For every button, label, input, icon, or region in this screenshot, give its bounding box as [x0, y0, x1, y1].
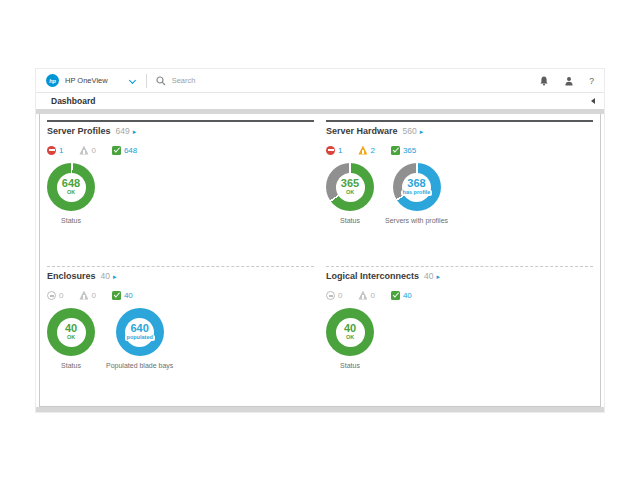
critical-icon: [326, 291, 335, 300]
gauge-label: Status: [340, 217, 360, 224]
card-top-rule: [47, 120, 314, 122]
user-icon[interactable]: [564, 76, 574, 86]
donut-chart[interactable]: 368has profile: [393, 163, 441, 211]
status-filter-critical[interactable]: 0: [326, 291, 342, 300]
status-count[interactable]: 648: [124, 146, 137, 155]
search-area: [156, 75, 540, 86]
gauges-row: 40OKStatus: [326, 308, 593, 369]
card-top-rule: [326, 120, 593, 122]
status-filter-warning[interactable]: 2: [358, 146, 374, 155]
warning-icon: [79, 291, 88, 300]
ok-icon: [112, 146, 121, 155]
critical-icon: [326, 146, 335, 155]
topbar-divider: [146, 74, 147, 88]
gauges-row: 40OKStatus640populatedPopulated blade ba…: [47, 308, 314, 369]
ok-icon: [112, 291, 121, 300]
brand-label: HP OneView: [65, 76, 108, 85]
card-title-link[interactable]: Logical Interconnects 40 ▸: [326, 271, 593, 281]
card-title-link[interactable]: Server Hardware 560 ▸: [326, 126, 593, 136]
donut-sublabel: populated: [125, 335, 155, 341]
card-total-count[interactable]: 40: [101, 271, 110, 281]
collapse-panel-icon[interactable]: [591, 98, 595, 104]
status-count[interactable]: 0: [91, 291, 95, 300]
donut-center: 365OK: [336, 173, 365, 202]
search-input[interactable]: [170, 75, 374, 86]
chevron-right-icon[interactable]: ▸: [420, 128, 424, 136]
status-count[interactable]: 2: [370, 146, 374, 155]
status-filter-warning[interactable]: 0: [79, 146, 95, 155]
donut-sublabel: OK: [344, 335, 356, 341]
donut-value: 365: [341, 178, 359, 189]
card-title[interactable]: Enclosures: [47, 271, 96, 281]
status-count[interactable]: 40: [124, 291, 133, 300]
status-count[interactable]: 0: [59, 291, 63, 300]
status-filter-ok[interactable]: 40: [112, 291, 133, 300]
donut-sublabel: has profile: [401, 190, 433, 196]
donut-sublabel: OK: [65, 335, 77, 341]
bell-icon[interactable]: [539, 76, 549, 86]
donut-chart[interactable]: 640populated: [116, 308, 164, 356]
donut-center: 640populated: [125, 318, 154, 347]
card-title[interactable]: Server Profiles: [47, 126, 111, 136]
card-title[interactable]: Logical Interconnects: [326, 271, 419, 281]
status-count[interactable]: 1: [59, 146, 63, 155]
status-count[interactable]: 0: [338, 291, 342, 300]
status-count[interactable]: 0: [370, 291, 374, 300]
topbar-actions: ?: [539, 76, 594, 86]
status-count[interactable]: 0: [91, 146, 95, 155]
status-filter-critical[interactable]: 1: [47, 146, 63, 155]
gauge-label: Status: [61, 217, 81, 224]
card-title-link[interactable]: Server Profiles 649 ▸: [47, 126, 314, 136]
critical-icon: [47, 291, 56, 300]
status-filter-ok[interactable]: 365: [391, 146, 416, 155]
critical-icon: [47, 146, 56, 155]
search-icon: [156, 76, 166, 86]
donut-value: 640: [130, 323, 148, 334]
page-header: Dashboard: [36, 93, 604, 109]
donut-chart[interactable]: 365OK: [326, 163, 374, 211]
card-title-link[interactable]: Enclosures 40 ▸: [47, 271, 314, 281]
card-server-hardware: Server Hardware 560 ▸ 12365 365OKStatus3…: [326, 119, 593, 266]
donut-center: 648OK: [57, 173, 86, 202]
status-count[interactable]: 365: [403, 146, 416, 155]
gauges-row: 365OKStatus368has profileServers with pr…: [326, 163, 593, 224]
status-summary-row: 0040: [326, 290, 593, 300]
gauge-status: 40OKStatus: [326, 308, 374, 369]
status-filter-ok[interactable]: 648: [112, 146, 137, 155]
donut-chart[interactable]: 40OK: [47, 308, 95, 356]
donut-center: 368has profile: [402, 173, 431, 202]
card-title[interactable]: Server Hardware: [326, 126, 398, 136]
hp-logo-icon: hp: [46, 74, 59, 87]
gauge-label: Status: [61, 362, 81, 369]
status-count[interactable]: 40: [403, 291, 412, 300]
card-logical-interconnects: Logical Interconnects 40 ▸ 0040 40OKStat…: [326, 266, 593, 406]
warning-icon: [358, 291, 367, 300]
chevron-right-icon[interactable]: ▸: [437, 273, 441, 281]
chevron-right-icon[interactable]: ▸: [133, 128, 137, 136]
top-bar: hp HP OneView ?: [36, 69, 604, 93]
warning-icon: [79, 146, 88, 155]
status-filter-ok[interactable]: 40: [391, 291, 412, 300]
card-top-rule: [326, 266, 593, 267]
donut-chart[interactable]: 648OK: [47, 163, 95, 211]
donut-value: 40: [65, 323, 77, 334]
donut-sublabel: OK: [65, 190, 77, 196]
card-total-count[interactable]: 649: [116, 126, 130, 136]
status-filter-warning[interactable]: 0: [358, 291, 374, 300]
card-enclosures: Enclosures 40 ▸ 0040 40OKStatus640popula…: [47, 266, 314, 406]
content-area: Server Profiles 649 ▸ 10648 648OKStatus …: [36, 114, 604, 407]
status-count[interactable]: 1: [338, 146, 342, 155]
donut-chart[interactable]: 40OK: [326, 308, 374, 356]
gauge-populated-blade-bays: 640populatedPopulated blade bays: [106, 308, 173, 369]
chevron-down-icon[interactable]: [130, 78, 136, 84]
donut-value: 368: [407, 178, 425, 189]
status-filter-critical[interactable]: 1: [326, 146, 342, 155]
status-filter-critical[interactable]: 0: [47, 291, 63, 300]
help-icon[interactable]: ?: [589, 76, 594, 86]
status-filter-warning[interactable]: 0: [79, 291, 95, 300]
card-total-count[interactable]: 40: [424, 271, 433, 281]
chevron-right-icon[interactable]: ▸: [113, 273, 117, 281]
card-server-profiles: Server Profiles 649 ▸ 10648 648OKStatus: [47, 119, 314, 266]
card-total-count[interactable]: 560: [403, 126, 417, 136]
ok-icon: [391, 146, 400, 155]
